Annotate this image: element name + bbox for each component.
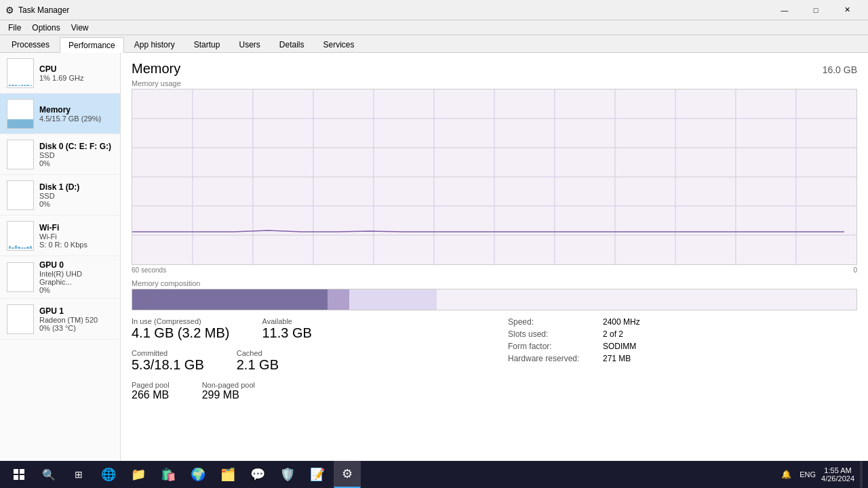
form-label: Form factor: (508, 342, 603, 351)
speed-label: Speed: (508, 317, 603, 327)
svg-rect-19 (20, 475, 24, 480)
right-stats: Speed: 2400 MHz Slots used: 2 of 2 Form … (481, 317, 857, 409)
gpu1-model: Radeon (TM) 520 (39, 316, 113, 324)
sidebar-item-gpu0[interactable]: GPU 0 Intel(R) UHD Graphic... 0% (0, 256, 120, 299)
chrome-button[interactable]: 🌍 (184, 461, 212, 488)
wifi-minimap (7, 221, 34, 251)
task-view-button[interactable]: ⊞ (65, 461, 92, 488)
taskmanager-active-button[interactable]: ⚙ (334, 461, 361, 488)
gpu1-minimap (7, 304, 34, 334)
gpu0-model: Intel(R) UHD Graphic... (39, 270, 113, 286)
memory-usage: 4.5/15.7 GB (29%) (39, 115, 113, 123)
whatsapp-icon: 💬 (250, 467, 265, 482)
gpu0-minimap (7, 262, 34, 292)
non-paged-pool-label: Non-paged pool (202, 381, 255, 389)
tab-processes[interactable]: Processes (3, 37, 58, 52)
cpu-usage: 1% 1.69 GHz (39, 74, 113, 82)
disk1-info: Disk 1 (D:) SSD 0% (39, 182, 113, 208)
cached-value: 2.1 GB (237, 357, 279, 373)
content-area: Memory 16.0 GB Memory usage (121, 53, 868, 468)
gpu1-usage: 0% (33 °C) (39, 324, 113, 332)
notifications-button[interactable]: 🔔 (778, 461, 794, 488)
edge-icon: 🌐 (101, 467, 116, 482)
show-desktop-button[interactable] (860, 461, 863, 488)
stat-paged-pool: Paged pool 266 MB (132, 381, 170, 401)
in-use-value: 4.1 GB (3.2 MB) (132, 325, 230, 341)
tab-details[interactable]: Details (271, 37, 313, 52)
form-value: SODIMM (603, 342, 636, 351)
task-view-icon: ⊞ (75, 469, 83, 480)
stats-row-pools: Paged pool 266 MB Non-paged pool 299 MB (132, 381, 481, 409)
sidebar-item-memory[interactable]: Memory 4.5/15.7 GB (29%) (0, 94, 120, 134)
axis-right-label: 0 (853, 266, 857, 274)
non-paged-pool-value: 299 MB (202, 389, 255, 401)
gpu0-label: GPU 0 (39, 260, 113, 270)
taskbar-date-display: 4/26/2024 (821, 474, 854, 483)
cpu-minimap (7, 58, 34, 88)
comp-modified (328, 289, 349, 310)
stat-committed: Committed 5.3/18.1 GB (132, 349, 204, 373)
cpu-info: CPU 1% 1.69 GHz (39, 64, 113, 82)
sidebar-item-disk1[interactable]: Disk 1 (D:) SSD 0% (0, 175, 120, 216)
tab-performance[interactable]: Performance (60, 37, 124, 53)
memory-usage-section: Memory usage (132, 79, 857, 274)
whatsapp-button[interactable]: 💬 (244, 461, 271, 488)
svg-rect-16 (14, 469, 18, 474)
close-button[interactable]: ✕ (831, 0, 863, 20)
notification-icon: 🔔 (781, 470, 791, 479)
word-icon: 📝 (310, 467, 325, 482)
tab-users[interactable]: Users (230, 37, 269, 52)
graph-grid (132, 89, 856, 264)
paged-pool-label: Paged pool (132, 381, 170, 389)
svg-rect-17 (20, 469, 24, 474)
disk0-type: SSD (39, 151, 113, 159)
total-ram: 16.0 GB (823, 64, 857, 75)
sidebar-item-disk0[interactable]: Disk 0 (C: E: F: G:) SSD 0% (0, 134, 120, 175)
minimize-button[interactable]: — (769, 0, 800, 20)
store-icon: 🛍️ (161, 467, 176, 482)
title-bar: ⚙ Task Manager — □ ✕ (0, 0, 868, 20)
word-button[interactable]: 📝 (304, 461, 331, 488)
menu-file[interactable]: File (3, 22, 26, 34)
tab-services[interactable]: Services (315, 37, 363, 52)
sidebar-item-cpu[interactable]: CPU 1% 1.69 GHz (0, 53, 120, 94)
edge-button[interactable]: 🌐 (95, 461, 122, 488)
disk0-usage: 0% (39, 159, 113, 167)
menu-view[interactable]: View (66, 22, 94, 34)
comp-standby (349, 289, 436, 310)
window-controls: — □ ✕ (769, 0, 863, 20)
tab-app-history[interactable]: App history (125, 37, 184, 52)
lang-indicator: ENG (800, 470, 816, 479)
memory-minimap (7, 99, 34, 129)
system-tray: 🔔 ENG 1:55 AM 4/26/2024 (778, 461, 863, 488)
explorer-button[interactable]: 📁 (125, 461, 152, 488)
windows-icon (14, 469, 24, 480)
menu-bar: File Options View (0, 20, 868, 35)
gpu0-info: GPU 0 Intel(R) UHD Graphic... 0% (39, 260, 113, 294)
taskbar-clock: 1:55 AM 4/26/2024 (821, 466, 854, 483)
start-button[interactable] (5, 461, 33, 488)
antivirus-icon: 🛡️ (280, 467, 295, 482)
gpu0-usage: 0% (39, 286, 113, 294)
sidebar-item-wifi[interactable]: Wi-Fi Wi-Fi S: 0 R: 0 Kbps (0, 216, 120, 256)
memory-composition-section: Memory composition (132, 279, 857, 310)
wifi-label: Wi-Fi (39, 223, 113, 232)
search-icon: 🔍 (42, 468, 56, 481)
stat-cached: Cached 2.1 GB (237, 349, 279, 373)
spec-hw-reserved: Hardware reserved: 271 MB (508, 354, 857, 363)
sidebar-item-gpu1[interactable]: GPU 1 Radeon (TM) 520 0% (33 °C) (0, 299, 120, 340)
antivirus-button[interactable]: 🛡️ (274, 461, 301, 488)
speed-value: 2400 MHz (603, 317, 640, 327)
maximize-button[interactable]: □ (800, 0, 831, 20)
hw-reserved-label: Hardware reserved: (508, 354, 603, 363)
gpu1-label: GPU 1 (39, 306, 113, 316)
disk0-minimap (7, 140, 34, 169)
store-button[interactable]: 🛍️ (155, 461, 182, 488)
committed-value: 5.3/18.1 GB (132, 357, 204, 373)
tab-startup[interactable]: Startup (185, 37, 229, 52)
search-button[interactable]: 🔍 (35, 461, 62, 488)
page-title: Memory (132, 61, 180, 77)
spec-speed: Speed: 2400 MHz (508, 317, 857, 327)
menu-options[interactable]: Options (26, 22, 65, 34)
files-button[interactable]: 🗂️ (214, 461, 241, 488)
